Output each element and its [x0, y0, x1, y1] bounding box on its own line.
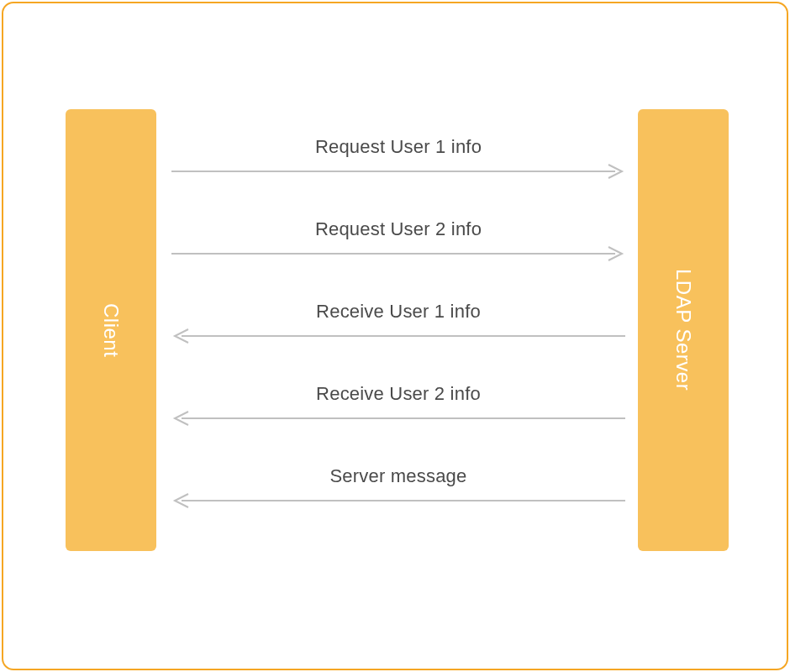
message-label: Receive User 1 info	[171, 301, 625, 323]
message-row: Request User 2 info	[171, 218, 625, 262]
arrow-right-icon	[171, 245, 625, 262]
message-label: Receive User 2 info	[171, 383, 625, 405]
server-box: LDAP Server	[638, 109, 729, 551]
arrow-left-icon	[171, 492, 625, 509]
message-label: Request User 1 info	[171, 136, 625, 158]
message-label: Server message	[171, 465, 625, 487]
message-row: Request User 1 info	[171, 136, 625, 180]
client-label: Client	[99, 303, 123, 357]
arrow-left-icon	[171, 328, 625, 344]
message-label: Request User 2 info	[171, 218, 625, 240]
message-row: Receive User 2 info	[171, 383, 625, 427]
server-label: LDAP Server	[672, 269, 695, 391]
arrow-left-icon	[171, 410, 625, 427]
diagram-frame: Client LDAP Server Request User 1 info R…	[2, 2, 788, 670]
message-row: Server message	[171, 465, 625, 509]
client-box: Client	[66, 109, 156, 551]
message-row: Receive User 1 info	[171, 301, 625, 344]
arrow-right-icon	[171, 163, 625, 180]
